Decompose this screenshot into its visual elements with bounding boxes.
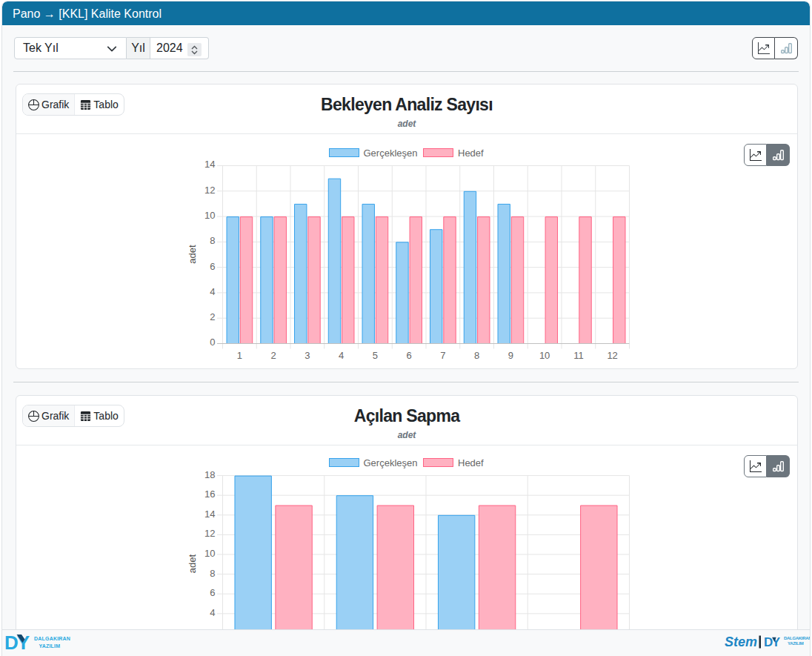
svg-text:10: 10 xyxy=(204,210,215,221)
svg-text:Stem: Stem xyxy=(725,635,757,649)
svg-text:6: 6 xyxy=(210,587,215,598)
svg-text:0: 0 xyxy=(210,337,215,348)
svg-text:6: 6 xyxy=(210,261,215,272)
svg-text:Gerçekleşen: Gerçekleşen xyxy=(364,148,418,159)
svg-text:5: 5 xyxy=(373,350,378,361)
svg-text:8: 8 xyxy=(210,568,215,579)
svg-text:DALGAKIRAN: DALGAKIRAN xyxy=(34,636,70,641)
svg-text:18: 18 xyxy=(204,469,215,480)
svg-text:2: 2 xyxy=(210,311,215,322)
svg-text:10: 10 xyxy=(204,548,215,559)
svg-text:YAZILIM: YAZILIM xyxy=(39,643,61,649)
svg-text:3: 3 xyxy=(304,350,310,361)
svg-text:4: 4 xyxy=(339,350,344,361)
svg-text:Hedef: Hedef xyxy=(458,148,484,159)
svg-text:adet: adet xyxy=(187,245,198,264)
svg-text:DALGAKIRAN: DALGAKIRAN xyxy=(784,636,811,640)
svg-text:Hedef: Hedef xyxy=(458,457,484,468)
svg-text:adet: adet xyxy=(187,554,198,573)
svg-text:4: 4 xyxy=(210,607,215,618)
svg-text:6: 6 xyxy=(407,350,412,361)
svg-text:YAZILIM: YAZILIM xyxy=(788,641,804,646)
svg-text:Gerçekleşen: Gerçekleşen xyxy=(364,457,418,468)
svg-text:7: 7 xyxy=(440,350,445,361)
svg-text:16: 16 xyxy=(204,488,215,500)
svg-text:8: 8 xyxy=(210,235,215,246)
svg-text:DY: DY xyxy=(4,633,30,653)
svg-text:14: 14 xyxy=(204,508,215,520)
svg-text:10: 10 xyxy=(539,350,550,361)
svg-text:4: 4 xyxy=(210,286,215,297)
svg-text:12: 12 xyxy=(607,350,617,361)
svg-text:1: 1 xyxy=(237,350,242,361)
svg-text:11: 11 xyxy=(573,350,584,361)
svg-text:12: 12 xyxy=(204,528,215,539)
svg-text:14: 14 xyxy=(204,159,215,170)
svg-text:12: 12 xyxy=(204,185,215,196)
svg-text:8: 8 xyxy=(474,350,479,361)
svg-text:9: 9 xyxy=(508,350,513,361)
svg-text:2: 2 xyxy=(271,350,276,361)
